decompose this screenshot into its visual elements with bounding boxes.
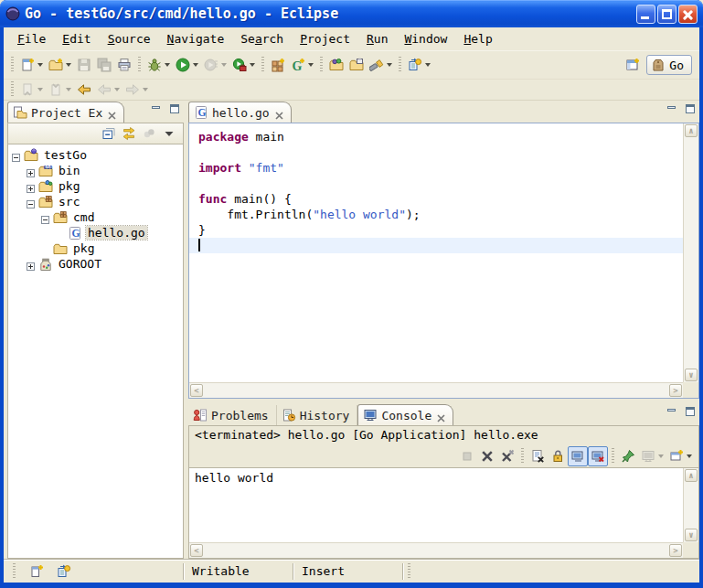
editor-vertical-scrollbar[interactable]: ∧ ∨ [683,123,698,382]
title-bar[interactable]: Go - testGo/src/cmd/hello.go - Eclipse [0,0,703,27]
code-line-1[interactable]: package main [198,129,683,144]
project-explorer-tab[interactable]: Project Ex [7,102,124,123]
menu-item-file[interactable]: File [9,29,54,48]
external-tools-button[interactable] [229,55,258,75]
tree-item-pkg[interactable]: pkg [12,241,183,256]
display-selected-console-dropdown-icon[interactable] [658,454,664,458]
search-dropdown-icon[interactable] [387,63,392,67]
run-dropdown-icon[interactable] [193,63,198,67]
scroll-up-icon[interactable]: ∧ [685,124,698,137]
tree-item-cmd[interactable]: cmd [12,209,183,225]
next-annotation-dropdown-icon[interactable] [37,88,43,91]
run-history-dropdown-icon[interactable] [221,63,227,67]
remove-all-terminated-button[interactable] [497,446,517,466]
forward-dropdown-icon[interactable] [143,88,148,91]
code-line-5[interactable]: func main() { [198,191,683,207]
code-line-6[interactable]: fmt.Println("hello world"); [198,207,683,222]
scroll-right-icon[interactable]: > [669,544,682,557]
new-menu-dropdown-icon[interactable] [66,63,71,67]
tree-item-hello-go[interactable]: Ghello.go [12,225,183,241]
tree-collapse-icon[interactable] [41,213,49,221]
minimize-console-button[interactable] [665,406,679,419]
close-editor-tab-icon[interactable] [275,109,283,117]
code-line-4[interactable] [198,176,683,191]
new-go-element-button[interactable]: G [288,55,316,75]
new-wizard-button[interactable] [17,55,46,75]
menu-item-run[interactable]: Run [358,29,396,48]
save-all-button[interactable] [94,55,114,75]
fast-view-button[interactable] [27,561,47,582]
last-edit-location-button[interactable] [74,80,94,100]
open-console-dropdown-icon[interactable] [687,454,692,458]
console-area-tab-console[interactable]: Console [357,404,453,425]
import-go-package-button[interactable] [326,55,346,75]
go-toggle-button[interactable] [405,55,433,75]
code-line-3[interactable]: import "fmt" [198,160,683,176]
tree-expand-icon[interactable] [27,182,35,190]
print-button[interactable] [114,55,134,75]
tree-item-goroot[interactable]: GOROOT [12,256,183,272]
code-editor[interactable]: package mainimport "fmt"func main() { fm… [189,123,683,382]
maximize-view-button[interactable] [167,103,182,116]
go-toggle-button[interactable] [54,561,74,582]
maximize-editor-button[interactable] [683,103,698,116]
debug-dropdown-icon[interactable] [165,63,170,67]
previous-annotation-button[interactable] [46,80,74,100]
menu-item-search[interactable]: Search [232,29,292,48]
previous-annotation-dropdown-icon[interactable] [66,88,71,91]
tree-item-pkg[interactable]: pkg [12,178,183,194]
console-vertical-scrollbar[interactable]: ∧ ∨ [683,468,698,542]
run-history-button[interactable] [201,55,229,75]
menu-item-source[interactable]: Source [100,29,159,48]
minimize-editor-button[interactable] [665,103,679,116]
remove-launch-button[interactable] [477,446,497,466]
show-stderr-button[interactable] [588,446,608,466]
minimize-view-button[interactable] [149,103,164,116]
debug-button[interactable] [144,55,173,75]
tree-item-src[interactable]: src [12,194,183,209]
code-line-7[interactable]: } [198,222,683,238]
save-button[interactable] [74,55,94,75]
menu-item-help[interactable]: Help [455,29,500,48]
editor-horizontal-scrollbar[interactable]: < > [189,382,683,398]
console-area-tab-history[interactable]: History [277,405,358,425]
go-perspective-button[interactable]: Go [646,55,692,75]
menu-item-navigate[interactable]: Navigate [159,29,233,48]
minimize-button[interactable] [636,5,655,24]
back-button[interactable] [94,80,122,100]
view-menu-button[interactable] [159,123,179,144]
run-button[interactable] [173,55,201,75]
menu-item-window[interactable]: Window [396,29,455,48]
new-go-project-button[interactable] [268,55,288,75]
external-tools-dropdown-icon[interactable] [250,63,255,67]
forward-button[interactable] [122,80,151,100]
link-with-editor-button[interactable] [119,123,139,144]
pin-console-button[interactable] [618,446,638,466]
close-button[interactable] [678,5,698,24]
scroll-down-icon[interactable]: ∨ [685,529,698,541]
menu-item-project[interactable]: Project [292,29,358,48]
scroll-up-icon[interactable]: ∧ [685,469,698,482]
tree-item-bin[interactable]: 010bin [12,163,183,178]
terminate-button[interactable] [457,446,477,466]
collapse-all-button[interactable] [99,123,119,144]
display-selected-console-button[interactable] [638,446,666,466]
back-dropdown-icon[interactable] [114,88,120,91]
scroll-left-icon[interactable]: < [190,544,203,557]
maximize-console-button[interactable] [683,406,698,419]
new-menu-button[interactable] [46,55,74,75]
new-go-element-dropdown-icon[interactable] [308,63,314,67]
close-tab-icon[interactable] [437,412,445,420]
code-line-8[interactable] [189,238,683,253]
maximize-button[interactable] [657,5,676,24]
editor-tab-hello-go[interactable]: G hello.go [188,102,292,123]
tree-item-testgo[interactable]: testGo [12,147,183,163]
filter-button[interactable] [139,123,159,144]
code-line-2[interactable] [198,144,683,160]
scroll-down-icon[interactable]: ∨ [685,369,698,381]
search-button[interactable] [367,55,395,75]
tree-expand-icon[interactable] [27,260,35,268]
new-wizard-dropdown-icon[interactable] [37,63,43,67]
scroll-lock-button[interactable] [548,446,568,466]
tree-collapse-icon[interactable] [12,151,20,159]
